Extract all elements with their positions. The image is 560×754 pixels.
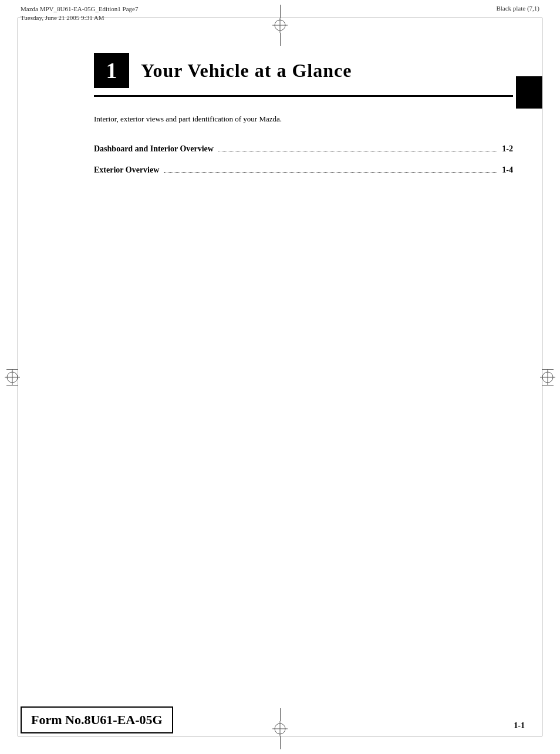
- page-number: 1-1: [514, 721, 525, 731]
- toc-entry-2: Exterior Overview 1-4: [94, 165, 513, 175]
- chapter-description: Interior, exterior views and part identi…: [94, 114, 513, 124]
- chapter-header: 1 Your Vehicle at a Glance: [94, 53, 513, 97]
- left-reg-mark-icon: [5, 370, 20, 385]
- right-registration-mark: [540, 369, 555, 386]
- header-line2: Tuesday, June 21 2005 9:31 AM: [21, 13, 138, 22]
- chapter-number: 1: [94, 53, 129, 88]
- right-reg-mark-icon: [540, 370, 555, 385]
- top-registration-mark: [272, 5, 288, 46]
- toc-title-1: Dashboard and Interior Overview: [94, 144, 214, 154]
- reg-mark-icon: [272, 18, 288, 33]
- header-right-text: Black plate (7,1): [496, 5, 539, 12]
- toc-title-2: Exterior Overview: [94, 165, 159, 175]
- toc-page-1: 1-2: [502, 144, 513, 154]
- toc-dots-2: [164, 172, 497, 173]
- toc-entry-1: Dashboard and Interior Overview 1-2: [94, 144, 513, 154]
- header-left-text: Mazda MPV_8U61-EA-05G_Edition1 Page7 Tue…: [21, 5, 138, 23]
- header-line1: Mazda MPV_8U61-EA-05G_Edition1 Page7: [21, 5, 138, 13]
- page-footer: Form No.8U61-EA-05G: [21, 706, 539, 733]
- left-registration-mark: [5, 369, 20, 386]
- form-number: Form No.8U61-EA-05G: [21, 706, 173, 733]
- toc-page-2: 1-4: [502, 165, 513, 175]
- chapter-tab: [516, 76, 542, 109]
- main-content: 1 Your Vehicle at a Glance Interior, ext…: [94, 53, 513, 187]
- toc-dots-1: [218, 151, 497, 151]
- chapter-title: Your Vehicle at a Glance: [141, 60, 352, 82]
- toc-list: Dashboard and Interior Overview 1-2 Exte…: [94, 144, 513, 175]
